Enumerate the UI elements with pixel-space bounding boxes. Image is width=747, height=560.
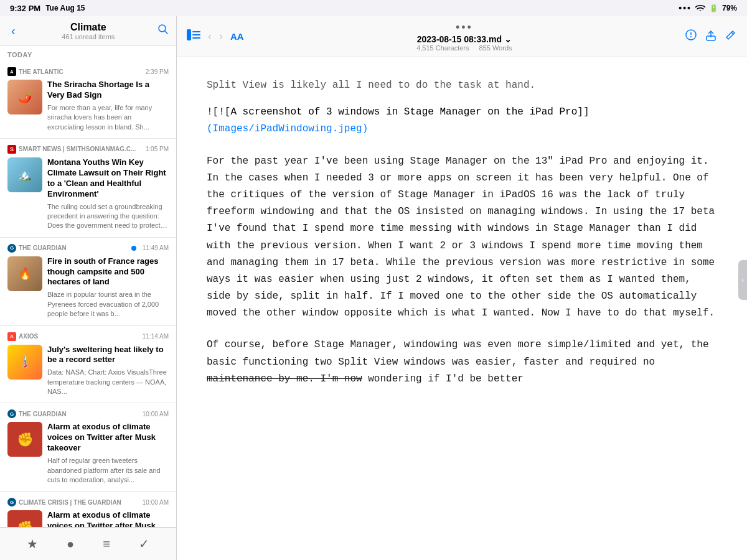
news-text: Alarm at exodus of climate voices on Twi…: [47, 422, 169, 485]
news-text: The Sriracha Shortage Is a Very Bad Sign…: [47, 80, 169, 132]
news-source: G THE GUARDIAN: [7, 244, 67, 253]
news-content: 🏔️ Montana Youths Win Key Climate Lawsui…: [7, 157, 169, 231]
news-title: Alarm at exodus of climate voices on Twi…: [47, 422, 169, 454]
source-logo: G: [7, 498, 16, 506]
thumb-image: 🏔️: [7, 157, 42, 192]
truncated-top-text: Split View is likely all I need to do th…: [207, 77, 717, 94]
svg-rect-7: [192, 31, 200, 32]
list-item[interactable]: A AXIOS 11:14 AM 🌡️ July's sweltering he…: [0, 326, 176, 404]
news-source: A AXIOS: [7, 332, 38, 341]
news-title: Montana Youths Win Key Climate Lawsuit o…: [47, 157, 169, 200]
source-logo: S: [7, 145, 16, 154]
star-button[interactable]: ★: [22, 534, 43, 554]
news-thumbnail: ✊: [7, 422, 42, 457]
feed-subtitle: 461 unread items: [19, 33, 157, 40]
dots-menu: •••: [456, 21, 473, 34]
news-description: Blaze in popular tourist area in the Pyr…: [47, 290, 169, 319]
article-paragraph-2: Of course, before Stage Manager, windowi…: [207, 337, 717, 388]
news-item-header: G CLIMATE CRISIS | THE GUARDIAN 10:00 AM: [7, 498, 169, 506]
news-item-header: G THE GUARDIAN 11:49 AM: [7, 244, 169, 253]
edit-button[interactable]: [725, 29, 737, 44]
sidebar-toggle-button[interactable]: [187, 29, 200, 44]
dot-button[interactable]: ●: [62, 534, 79, 554]
char-count: 4,515 Characters: [416, 44, 469, 52]
reader-toolbar: ‹ › AA ••• 2023-08-15 08:33.md ⌄ 4,515 C…: [177, 16, 747, 57]
status-time: 9:32 PM: [10, 4, 40, 13]
font-size-button[interactable]: AA: [230, 31, 244, 42]
file-meta: 4,515 Characters 855 Words: [416, 44, 512, 52]
news-header-center: Climate 461 unread items: [19, 22, 157, 40]
svg-rect-6: [187, 29, 191, 40]
news-item-header: A THE ATLANTIC 2:39 PM: [7, 67, 169, 76]
news-content: ✊ Alarm at exodus of climate voices on T…: [7, 422, 169, 485]
source-logo: G: [7, 244, 16, 253]
list-item[interactable]: G CLIMATE CRISIS | THE GUARDIAN 10:00 AM…: [0, 492, 176, 527]
today-label: TODAY: [0, 46, 176, 61]
news-text: July's sweltering heat likely to be a re…: [47, 345, 169, 397]
news-content: 🌡️ July's sweltering heat likely to be a…: [7, 345, 169, 397]
svg-line-1: [165, 31, 168, 34]
news-item-header: G THE GUARDIAN 10:00 AM: [7, 409, 169, 418]
news-feed: A THE ATLANTIC 2:39 PM 🌶️ The Sriracha S…: [0, 61, 176, 527]
news-text: Montana Youths Win Key Climate Lawsuit o…: [47, 157, 169, 231]
source-logo: A: [7, 332, 16, 341]
dots-icon: •••: [679, 3, 692, 13]
news-description: The ruling could set a groundbreaking pr…: [47, 202, 169, 231]
list-item[interactable]: A THE ATLANTIC 2:39 PM 🌶️ The Sriracha S…: [0, 61, 176, 139]
back-button[interactable]: ‹: [7, 21, 19, 40]
news-description: Half of regular green tweeters abandoned…: [47, 456, 169, 485]
chevron-down-icon: ⌄: [504, 34, 512, 44]
news-content: 🌶️ The Sriracha Shortage Is a Very Bad S…: [7, 80, 169, 132]
news-text: Fire in south of France rages though cam…: [47, 256, 169, 319]
menu-button[interactable]: ≡: [98, 534, 115, 554]
battery-icon: 🔋: [709, 4, 718, 12]
filename: 2023-08-15 08:33.md ⌄: [417, 34, 512, 44]
wifi-icon: [695, 3, 705, 13]
news-item-header: S SMART NEWS | SMITHSONIANMAG.C... 1:05 …: [7, 145, 169, 154]
strikethrough-text: maintenance by me. I'm now: [207, 373, 362, 385]
news-title: Fire in south of France rages though cam…: [47, 256, 169, 288]
image-link: (Images/iPadWindowing.jpeg): [207, 123, 368, 134]
scroll-handle[interactable]: ›: [738, 260, 747, 300]
list-item[interactable]: G THE GUARDIAN 11:49 AM 🔥 Fire in south …: [0, 238, 176, 326]
news-header: ‹ Climate 461 unread items: [0, 16, 176, 46]
svg-text:✊: ✊: [17, 431, 34, 448]
reader-toolbar-left: ‹ › AA: [187, 29, 244, 44]
forward-reader-button[interactable]: ›: [219, 30, 223, 43]
list-item[interactable]: G THE GUARDIAN 10:00 AM ✊: [0, 403, 176, 492]
news-title: July's sweltering heat likely to be a re…: [47, 345, 169, 366]
thumb-image: 🔥: [7, 256, 42, 291]
news-text: Alarm at exodus of climate voices on Twi…: [47, 510, 169, 527]
news-thumbnail: 🔥: [7, 256, 42, 291]
check-button[interactable]: ✓: [134, 534, 154, 554]
svg-point-12: [690, 36, 692, 37]
unread-indicator: [131, 246, 136, 251]
news-time: 2:39 PM: [146, 68, 169, 75]
battery-level: 79%: [722, 4, 737, 12]
thumb-image: ✊: [7, 510, 42, 527]
list-item[interactable]: S SMART NEWS | SMITHSONIANMAG.C... 1:05 …: [0, 139, 176, 238]
status-date: Tue Aug 15: [45, 4, 85, 12]
share-button[interactable]: [705, 29, 717, 44]
news-time: 11:14 AM: [143, 333, 169, 340]
back-reader-button[interactable]: ‹: [208, 30, 212, 43]
news-description: Data: NASA; Chart: Axios VisualsThree te…: [47, 368, 169, 396]
reader-toolbar-right: [685, 29, 737, 44]
news-source: G THE GUARDIAN: [7, 409, 67, 418]
image-alt-text: ![![A screenshot of 3 windows in Stage M…: [207, 106, 590, 118]
feed-title: Climate: [19, 22, 157, 33]
search-button[interactable]: [157, 24, 169, 38]
news-time: 11:49 AM: [143, 245, 169, 251]
news-thumbnail: 🏔️: [7, 157, 42, 192]
word-count: 855 Words: [479, 44, 512, 52]
svg-text:✊: ✊: [17, 520, 34, 527]
reader-content: Split View is likely all I need to do th…: [177, 57, 747, 560]
news-panel: ‹ Climate 461 unread items TODAY A: [0, 16, 177, 560]
thumb-image: 🌡️: [7, 345, 42, 380]
news-description: For more than a year, life for many srir…: [47, 103, 169, 132]
svg-line-15: [731, 32, 733, 34]
article-paragraph-1: For the past year I've been using Stage …: [207, 153, 717, 322]
circle-button[interactable]: [685, 29, 697, 44]
source-logo: G: [7, 409, 16, 418]
article-image-ref: ![![A screenshot of 3 windows in Stage M…: [207, 104, 717, 138]
